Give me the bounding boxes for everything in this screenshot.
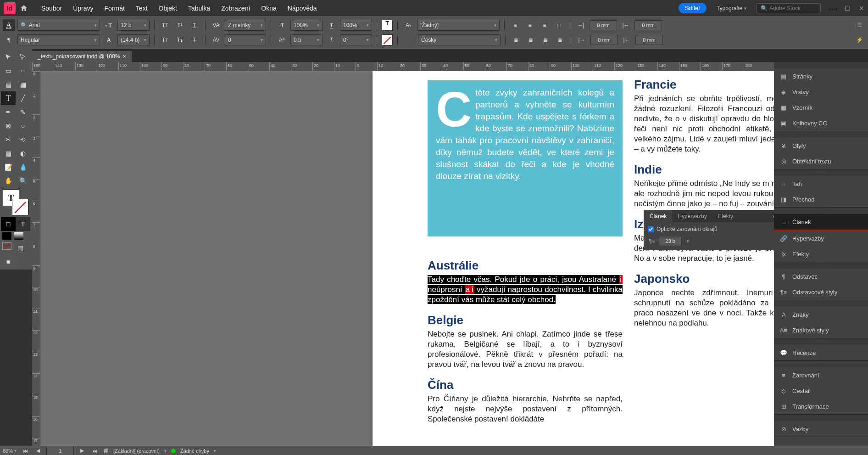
type-tool[interactable]: T xyxy=(1,91,16,105)
minimize-button[interactable]: — xyxy=(830,5,836,12)
formatting-text-icon[interactable]: T xyxy=(16,217,30,231)
line-tool[interactable]: ╱ xyxy=(16,91,30,105)
paragraph-style-select[interactable]: [Žádný]▾ xyxy=(417,20,500,31)
prev-page-button[interactable]: ◀ xyxy=(34,448,42,454)
panel-item-links[interactable]: ⊘Vazby xyxy=(774,421,868,437)
pen-tool[interactable]: ✒ xyxy=(1,105,16,119)
panel-grip[interactable]: ┈┈┈┈ xyxy=(774,62,868,68)
strikethrough-icon[interactable]: T xyxy=(189,34,200,46)
panel-grip[interactable]: ┈┈┈┈ xyxy=(774,169,868,176)
menu-text[interactable]: Text xyxy=(130,2,153,15)
story-panel-tab-effects[interactable]: Efekty xyxy=(712,210,739,222)
text-column-1[interactable]: Austrálie Tady choďte včas. Pokud jde o … xyxy=(428,250,623,424)
font-size-select[interactable]: 12 b▾ xyxy=(117,20,150,31)
apply-color-icon[interactable] xyxy=(2,232,11,240)
baseline-select[interactable]: 0 b▾ xyxy=(290,34,323,45)
panel-item-transform[interactable]: ⊞Transformace xyxy=(774,399,868,414)
panel-item-align[interactable]: ≡Zarovnání xyxy=(774,367,868,383)
skew-select[interactable]: 0°▾ xyxy=(340,34,372,45)
zoom-level[interactable]: 80%▾ xyxy=(3,448,17,454)
menu-table[interactable]: Tabulka xyxy=(183,2,216,15)
gradient-swatch-tool[interactable]: ▦ xyxy=(1,146,16,160)
font-family-select[interactable]: 🔍 Arial▾ xyxy=(17,20,100,31)
justify-center-icon[interactable]: ≣ xyxy=(525,34,537,46)
panel-grip[interactable]: ┈┈┈┈ xyxy=(774,131,868,138)
menu-edit[interactable]: Úpravy xyxy=(67,2,99,15)
vscale-select[interactable]: 100%▾ xyxy=(290,20,323,31)
optical-margin-checkbox[interactable]: Optické zarovnání okrajů xyxy=(648,226,774,232)
panel-item-parastyles[interactable]: ¶≡Odstavcové styly xyxy=(774,284,868,300)
menu-object[interactable]: Objekt xyxy=(153,2,183,15)
indent-right-input[interactable] xyxy=(590,35,618,45)
view-mode-preview[interactable]: ■ xyxy=(1,255,16,269)
superscript-icon[interactable]: T¹ xyxy=(174,19,186,31)
underline-icon[interactable]: T xyxy=(189,19,200,31)
align-center-icon[interactable]: ≡ xyxy=(524,19,536,31)
indent-left-input[interactable] xyxy=(590,20,617,30)
leading-select[interactable]: (14,4 b)▾ xyxy=(117,34,150,45)
indent-lastline-input[interactable] xyxy=(635,35,663,45)
note-tool[interactable]: 📝 xyxy=(1,160,16,174)
apply-gradient-icon[interactable] xyxy=(14,232,23,240)
menu-view[interactable]: Zobrazení xyxy=(216,2,256,15)
hand-tool[interactable]: ✋ xyxy=(1,174,16,188)
home-icon[interactable] xyxy=(18,3,29,14)
language-select[interactable]: Český▾ xyxy=(418,34,501,45)
story-panel-tab-story[interactable]: Článek xyxy=(644,210,672,222)
panel-item-glyphs[interactable]: ѪGlyfy xyxy=(774,138,868,153)
char-format-icon[interactable]: A xyxy=(3,19,15,31)
fill-stroke-proxy[interactable]: T xyxy=(3,190,28,215)
panel-grip[interactable]: ┈┈┈┈ xyxy=(774,300,868,307)
panel-item-hyperlinks[interactable]: 🔗Hypervazby xyxy=(774,230,868,246)
intro-text-frame[interactable]: C těte zvyky zahraničních kolegů a partn… xyxy=(428,80,623,236)
para-format-icon[interactable]: ¶ xyxy=(3,34,15,46)
panel-item-charstyles[interactable]: A≡Znakové styly xyxy=(774,322,868,338)
stroke-swatch[interactable] xyxy=(382,34,393,45)
panel-item-cc[interactable]: ▣Knihovny CC xyxy=(774,115,868,131)
allcaps-icon[interactable]: TT xyxy=(159,19,171,31)
eyedropper-tool[interactable]: 💧 xyxy=(16,160,30,174)
stroke-proxy[interactable] xyxy=(12,199,28,215)
adobe-stock-search[interactable]: 🔍Adobe Stock xyxy=(757,3,821,13)
selection-tool[interactable] xyxy=(1,50,16,64)
page-tool[interactable]: ▭ xyxy=(1,64,16,78)
panel-collapse-icon[interactable]: » xyxy=(767,210,774,222)
formatting-container-icon[interactable]: □ xyxy=(1,217,16,231)
pencil-tool[interactable]: ✎ xyxy=(16,105,30,119)
next-page-button[interactable]: ▶ xyxy=(78,448,86,454)
gap-tool[interactable]: ↔ xyxy=(16,64,30,78)
panel-grip[interactable]: ┈┈┈┈ xyxy=(774,262,868,269)
panel-item-wrap[interactable]: ◎Obtékání textu xyxy=(774,153,868,169)
zoom-tool[interactable]: 🔍 xyxy=(16,174,30,188)
chevron-down-icon[interactable]: ▾ xyxy=(684,237,691,245)
close-tab-icon[interactable]: × xyxy=(123,53,126,60)
subscript-icon[interactable]: T₁ xyxy=(174,34,186,46)
menu-format[interactable]: Formát xyxy=(99,2,130,15)
optical-size-input[interactable] xyxy=(659,236,682,246)
align-right-icon[interactable]: ≡ xyxy=(539,19,551,31)
ellipse-tool[interactable]: ○ xyxy=(16,119,30,133)
align-left-icon[interactable]: ≡ xyxy=(509,19,521,31)
apply-none-icon[interactable] xyxy=(2,242,11,250)
share-button[interactable]: Sdílet xyxy=(679,3,707,13)
text-column-2[interactable]: Francie Při jednáních se obrňte trpělivo… xyxy=(634,78,774,328)
last-page-button[interactable]: ⏭ xyxy=(90,448,99,454)
rectangle-frame-tool[interactable]: ⊠ xyxy=(1,119,16,133)
tracking-select[interactable]: 0▾ xyxy=(225,34,266,45)
story-panel-tab-hyperlinks[interactable]: Hypervazby xyxy=(672,210,712,222)
bolt-icon[interactable]: ⚡ xyxy=(853,34,865,46)
preflight-status-text[interactable]: Žádné chyby xyxy=(180,448,209,454)
gradient-feather-tool[interactable]: ◐ xyxy=(16,146,30,160)
scissors-tool[interactable]: ✂ xyxy=(1,133,16,146)
justify-right-icon[interactable]: ≣ xyxy=(540,34,551,46)
justify-full-icon[interactable]: ≣ xyxy=(554,34,566,46)
free-transform-tool[interactable]: ⟲ xyxy=(16,133,30,146)
menu-file[interactable]: Soubor xyxy=(36,2,67,15)
panel-item-para[interactable]: ¶Odstavec xyxy=(774,269,868,284)
content-collector-tool[interactable]: ▦ xyxy=(1,78,16,91)
open-docs-icon[interactable]: 🗐 xyxy=(104,448,109,454)
document-viewport[interactable]: C těte zvyky zahraničních kolegů a partn… xyxy=(40,71,774,446)
panel-grip[interactable]: ┈┈┈┈ xyxy=(774,338,868,345)
fill-swatch[interactable]: T xyxy=(382,20,393,31)
indent-firstline-input[interactable] xyxy=(634,20,662,30)
